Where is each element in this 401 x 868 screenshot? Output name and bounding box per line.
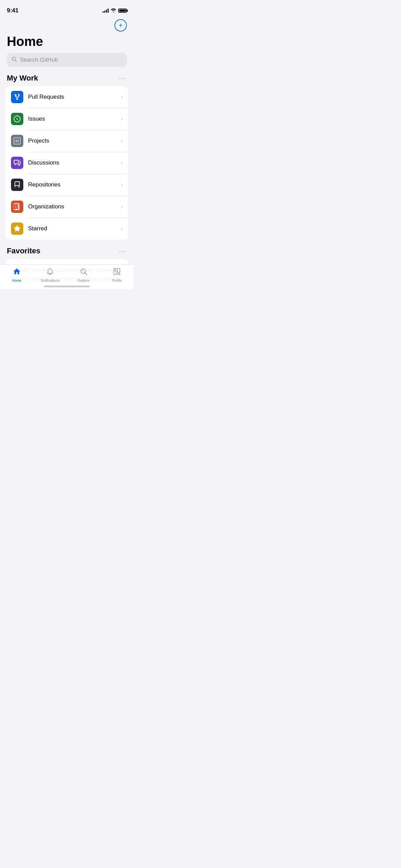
discussions-item[interactable]: Discussions › (5, 152, 128, 174)
repositories-icon (11, 179, 23, 191)
home-indicator (44, 286, 90, 287)
issues-item[interactable]: Issues › (5, 108, 128, 130)
my-work-section: My Work ··· Pull Requests › Issues › (0, 74, 134, 240)
organizations-icon (11, 201, 23, 213)
projects-chevron: › (121, 138, 123, 144)
search-icon (12, 57, 17, 63)
pull-requests-icon (11, 91, 23, 103)
issues-label: Issues (28, 116, 116, 122)
my-work-list: Pull Requests › Issues › Projects › (5, 86, 128, 240)
search-placeholder: Search GitHub (20, 57, 58, 63)
wifi-icon (111, 8, 116, 13)
repositories-chevron: › (121, 182, 123, 188)
plus-icon: + (119, 22, 123, 29)
profile-icon (113, 267, 121, 278)
tab-profile[interactable]: Profile (100, 267, 134, 282)
starred-item[interactable]: Starred › (5, 218, 128, 240)
projects-item[interactable]: Projects › (5, 130, 128, 152)
notifications-icon (46, 267, 54, 278)
pull-requests-item[interactable]: Pull Requests › (5, 86, 128, 108)
organizations-label: Organizations (28, 203, 116, 210)
tab-explore[interactable]: Explore (67, 267, 100, 282)
search-container: Search GitHub (0, 53, 134, 74)
add-button[interactable]: + (114, 19, 127, 32)
my-work-title: My Work (7, 74, 38, 83)
repositories-item[interactable]: Repositories › (5, 174, 128, 196)
tab-notifications[interactable]: Notifications (34, 267, 67, 282)
favorites-title: Favorites (7, 246, 40, 255)
svg-rect-3 (114, 268, 116, 270)
issues-chevron: › (121, 116, 123, 122)
explore-icon (80, 267, 88, 278)
discussions-chevron: › (121, 160, 123, 166)
search-bar[interactable]: Search GitHub (7, 53, 127, 67)
discussions-icon (11, 157, 23, 169)
tab-home[interactable]: Home (0, 267, 34, 282)
page-title: Home (0, 32, 134, 53)
organizations-item[interactable]: Organizations › (5, 196, 128, 218)
status-time: 9:41 (7, 7, 19, 14)
issues-icon (11, 113, 23, 125)
svg-rect-6 (118, 273, 120, 275)
svg-rect-5 (118, 268, 120, 272)
starred-icon (11, 222, 23, 235)
svg-point-2 (81, 269, 86, 274)
projects-label: Projects (28, 137, 116, 144)
status-bar: 9:41 (0, 0, 134, 16)
svg-rect-4 (114, 271, 116, 275)
header: + (0, 16, 134, 32)
tab-home-label: Home (12, 279, 21, 282)
my-work-more-button[interactable]: ··· (119, 74, 127, 82)
starred-chevron: › (121, 226, 123, 232)
repositories-label: Repositories (28, 181, 116, 188)
favorites-header: Favorites ··· (0, 246, 134, 259)
status-icons (102, 8, 127, 13)
home-icon (13, 267, 21, 278)
pull-requests-chevron: › (121, 94, 123, 100)
svg-line-1 (15, 60, 17, 62)
signal-icon (102, 9, 109, 13)
organizations-chevron: › (121, 204, 123, 210)
tab-profile-label: Profile (112, 279, 122, 282)
favorites-more-button[interactable]: ··· (119, 247, 127, 255)
tab-notifications-label: Notifications (41, 279, 59, 282)
my-work-header: My Work ··· (0, 74, 134, 86)
tab-explore-label: Explore (78, 279, 89, 282)
projects-icon (11, 135, 23, 147)
battery-icon (118, 9, 127, 13)
discussions-label: Discussions (28, 159, 116, 166)
starred-label: Starred (28, 225, 116, 232)
pull-requests-label: Pull Requests (28, 94, 116, 100)
